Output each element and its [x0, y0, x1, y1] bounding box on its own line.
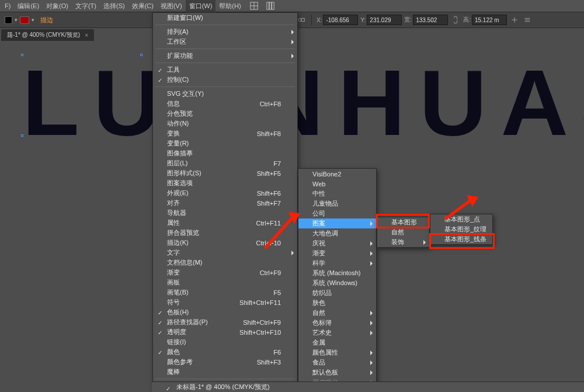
menu-item[interactable]: 符号Shift+Ctrl+F11	[153, 297, 297, 307]
menu-item[interactable]: 自然	[377, 227, 429, 237]
menu-item[interactable]: 链接(I)	[153, 337, 297, 347]
menu-item[interactable]: VisiBone2	[298, 169, 376, 179]
menu-item[interactable]: 肤色	[298, 298, 376, 308]
menu-item[interactable]: 纺织品	[298, 288, 376, 298]
menu-item[interactable]: 图像描摹	[153, 148, 297, 158]
menu-item[interactable]: 中性	[298, 189, 376, 199]
menu-item-label: 渐变	[312, 249, 325, 258]
menu-item-label: 导航器	[167, 209, 186, 217]
menu-item[interactable]: 自然	[298, 308, 376, 318]
menu-item[interactable]: 路径查找器(P)Shift+Ctrl+F9	[153, 317, 297, 327]
menu-item[interactable]: 信息Ctrl+F8	[153, 99, 297, 109]
menu-item[interactable]: 艺术史	[298, 328, 376, 338]
stroke-label[interactable]: 描边	[37, 15, 57, 26]
stroke-swatch[interactable]	[20, 16, 29, 24]
menu-item[interactable]: 系统 (Windows)	[298, 278, 376, 288]
menu-item[interactable]: 拼合器预览	[153, 228, 297, 238]
menu-item[interactable]: 文档信息(M)	[153, 258, 297, 268]
menu-item[interactable]: 公司	[298, 209, 376, 218]
link-wh-icon[interactable]	[450, 15, 461, 25]
menu-item[interactable]: 图案选项	[153, 178, 297, 188]
open-documents-item[interactable]: 未标题-1* @ 400% (CMYK/预览)	[152, 381, 584, 392]
transform-icon[interactable]	[509, 15, 520, 25]
menu-item[interactable]: 色板(H)	[153, 307, 297, 317]
menu-item[interactable]: SVG 交互(Y)	[153, 89, 297, 99]
menu-item[interactable]: 颜色F6	[153, 347, 297, 357]
menu-edit[interactable]: 编辑(E)	[14, 0, 43, 12]
layout-columns-icon[interactable]	[263, 1, 277, 11]
menu-effect[interactable]: 效果(C)	[128, 0, 157, 12]
menu-item-label: 文档信息(M)	[167, 258, 203, 267]
menu-item[interactable]: 金属	[298, 338, 376, 348]
more-icon[interactable]	[522, 15, 533, 25]
menu-item[interactable]: 画笔(B)F5	[153, 287, 297, 297]
menu-item[interactable]: 画板	[153, 277, 297, 287]
menu-item-label: 儿童物品	[312, 199, 338, 208]
menu-item[interactable]: 图形样式(S)Shift+F5	[153, 168, 297, 178]
menu-item[interactable]: 变量(R)	[153, 138, 297, 148]
menu-item[interactable]: 大地色调	[298, 228, 376, 238]
menu-item[interactable]: 工作区	[153, 37, 297, 47]
layout-grid-icon[interactable]	[247, 1, 261, 11]
menu-select[interactable]: 选择(S)	[100, 0, 128, 12]
selection-handle[interactable]	[21, 54, 23, 56]
document-tab[interactable]: 题-1* @ 400% (CMYK/预览) ×	[1, 29, 94, 41]
menu-item[interactable]: 描边(K)Ctrl+F10	[153, 238, 297, 248]
menu-item[interactable]: 庆祝	[298, 238, 376, 248]
menu-item[interactable]: 食品	[298, 358, 376, 367]
menu-item[interactable]: 科学	[298, 258, 376, 268]
menu-file[interactable]: F)	[1, 0, 14, 12]
menu-item[interactable]: 魔棒	[153, 367, 297, 377]
menu-object[interactable]: 对象(O)	[43, 0, 72, 12]
menu-item[interactable]: 图层(L)F7	[153, 158, 297, 168]
menu-item-label: 自然	[391, 228, 404, 237]
menu-shortcut: Ctrl+F10	[256, 240, 281, 247]
menu-item[interactable]: 颜色属性	[298, 348, 376, 358]
close-tab-icon[interactable]: ×	[85, 32, 88, 39]
menu-item[interactable]: 渐变	[298, 248, 376, 258]
menu-text[interactable]: 文字(T)	[72, 0, 100, 12]
height-input[interactable]	[472, 15, 507, 25]
fill-swatch[interactable]	[5, 16, 12, 24]
menu-item[interactable]: 属性Ctrl+F11	[153, 218, 297, 228]
menu-help[interactable]: 帮助(H)	[215, 0, 244, 12]
selection-handle[interactable]	[140, 54, 142, 56]
menu-item[interactable]: 基本图形_点	[430, 214, 492, 224]
menu-item[interactable]: Web	[298, 179, 376, 189]
menu-item[interactable]: 系统 (Macintosh)	[298, 268, 376, 278]
menu-item[interactable]: 基本图形_纹理	[430, 224, 492, 234]
menu-item[interactable]: 颜色参考Shift+F3	[153, 357, 297, 367]
menu-item[interactable]: 基本图形_线条	[430, 234, 492, 244]
menu-item[interactable]: 外观(E)Shift+F6	[153, 188, 297, 198]
menu-item[interactable]: 控制(C)	[153, 75, 297, 85]
menu-shortcut: Shift+F7	[257, 200, 281, 207]
menu-item[interactable]: 透明度Shift+Ctrl+F10	[153, 327, 297, 337]
open-document-label: 未标题-1* @ 400% (CMYK/预览)	[176, 383, 270, 391]
menu-item[interactable]: 扩展功能	[153, 51, 297, 61]
menu-item[interactable]: 导航器	[153, 208, 297, 218]
menu-item[interactable]: 动作(N)	[153, 119, 297, 129]
selection-handle[interactable]	[21, 134, 23, 137]
stroke-dropdown-icon[interactable]: ▾	[32, 17, 34, 23]
menu-item[interactable]: 儿童物品	[298, 199, 376, 209]
basic-shape-submenu: 基本图形_点基本图形_纹理基本图形_线条	[430, 214, 493, 245]
width-input[interactable]	[413, 15, 448, 25]
menu-item[interactable]: 新建窗口(W)	[153, 13, 297, 23]
menu-item[interactable]: 对齐Shift+F7	[153, 198, 297, 208]
menu-item[interactable]: 默认色板	[298, 367, 376, 377]
menu-item[interactable]: 图案	[298, 218, 376, 228]
menu-item[interactable]: 色标簿	[298, 318, 376, 328]
menu-item[interactable]: 文字	[153, 248, 297, 258]
menu-item[interactable]: 分色预览	[153, 109, 297, 119]
x-input[interactable]	[323, 15, 358, 25]
fill-dropdown-icon[interactable]: ▾	[15, 17, 18, 23]
menu-window[interactable]: 窗口(W)	[186, 0, 216, 12]
y-input[interactable]	[367, 15, 402, 25]
menu-item[interactable]: 变换Shift+F8	[153, 129, 297, 138]
menu-item[interactable]: 工具	[153, 65, 297, 75]
menu-item[interactable]: 基本图形	[377, 217, 429, 227]
menu-item[interactable]: 排列(A)	[153, 27, 297, 37]
menu-item[interactable]: 装饰	[377, 237, 429, 247]
menu-view[interactable]: 视图(V)	[157, 0, 186, 12]
menu-item[interactable]: 渐变Ctrl+F9	[153, 268, 297, 277]
